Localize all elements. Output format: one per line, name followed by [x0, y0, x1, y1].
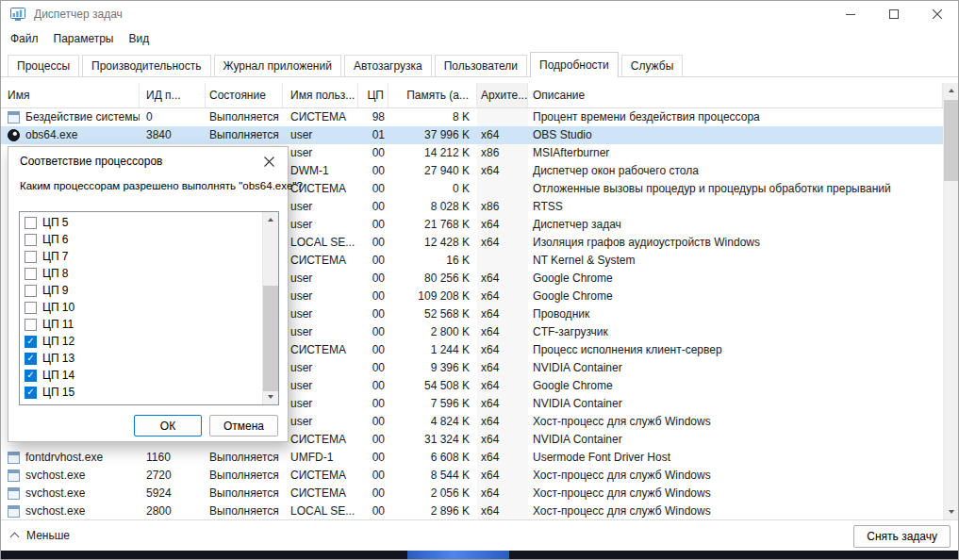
process-cpu: 00: [358, 270, 389, 288]
scroll-down-button[interactable]: [263, 389, 278, 404]
process-user: user: [283, 198, 358, 216]
maximize-button[interactable]: [872, 0, 916, 28]
tab-services[interactable]: Службы: [621, 55, 683, 76]
column-header-pid[interactable]: ИД п...: [140, 83, 206, 107]
tab-users[interactable]: Пользователи: [435, 55, 527, 76]
menu-bar: ФайлПараметрыВид: [0, 28, 959, 49]
close-button[interactable]: [916, 0, 959, 28]
column-header-arch[interactable]: Архите...: [477, 83, 528, 107]
triangle-up-icon: [268, 218, 273, 222]
process-pid: 2800: [140, 502, 206, 519]
cpu-checkbox-item[interactable]: ЦП 14: [20, 367, 278, 384]
tab-app-history[interactable]: Журнал приложений: [214, 55, 341, 76]
cpu-checkbox-item[interactable]: ЦП 11: [20, 316, 278, 333]
table-row[interactable]: obs64.exe3840Выполняетсяuser0137 996 Kx6…: [0, 126, 943, 144]
tab-performance[interactable]: Производительность: [82, 55, 210, 76]
tab-details[interactable]: Подробности: [530, 52, 619, 77]
cpu-checkbox-item[interactable]: ЦП 13: [20, 350, 278, 367]
cpu-checkbox-item[interactable]: ЦП 6: [20, 231, 278, 248]
process-user: user: [283, 323, 358, 341]
cancel-button[interactable]: Отмена: [209, 415, 278, 436]
scroll-up-button[interactable]: [263, 212, 278, 227]
ok-button[interactable]: ОК: [134, 415, 202, 436]
checkbox-icon[interactable]: [25, 234, 37, 246]
column-header-user[interactable]: Имя польз...: [283, 83, 358, 107]
process-arch: [477, 252, 528, 270]
column-header-mem[interactable]: Память (а...: [389, 83, 477, 107]
table-row[interactable]: svchost.exe2800ВыполняетсяLOCAL SE...002…: [0, 502, 943, 519]
cpu-listbox: ЦП 5ЦП 6ЦП 7ЦП 8ЦП 9ЦП 10ЦП 11ЦП 12ЦП 13…: [19, 211, 279, 405]
process-name: fontdrvhost.exe: [25, 449, 103, 467]
cpu-checkbox-item[interactable]: ЦП 12: [20, 333, 278, 350]
menu-item-file[interactable]: Файл: [3, 29, 46, 48]
title-bar: Диспетчер задач: [0, 0, 959, 28]
processor-affinity-dialog: Соответствие процессоров Каким процессор…: [8, 146, 289, 442]
listbox-scrollbar[interactable]: [262, 212, 278, 404]
cpu-checkbox-item[interactable]: ЦП 15: [20, 384, 278, 401]
process-memory: 4 824 K: [389, 413, 477, 431]
checkbox-icon[interactable]: [25, 285, 37, 297]
process-description: Хост-процесс для служб Windows: [528, 413, 943, 431]
process-arch: x64: [477, 270, 528, 288]
table-row[interactable]: fontdrvhost.exe1160ВыполняетсяUMFD-1006 …: [0, 449, 943, 467]
cpu-checkbox-item[interactable]: ЦП 8: [20, 265, 278, 282]
scrollbar-thumb[interactable]: [944, 100, 959, 181]
tab-processes[interactable]: Процессы: [8, 55, 79, 76]
scroll-up-button[interactable]: [944, 83, 959, 98]
scroll-down-button[interactable]: [944, 504, 959, 519]
table-row[interactable]: Бездействие системы0ВыполняетсяСИСТЕМА98…: [0, 108, 943, 126]
checkbox-icon[interactable]: [25, 353, 37, 365]
dialog-close-button[interactable]: [250, 147, 288, 175]
tab-startup[interactable]: Автозагрузка: [344, 55, 432, 76]
menu-item-view[interactable]: Вид: [121, 29, 157, 48]
table-scrollbar[interactable]: [943, 83, 959, 519]
process-name-cell: Бездействие системы: [0, 108, 140, 126]
checkbox-icon[interactable]: [25, 370, 37, 382]
process-user: user: [283, 359, 358, 377]
process-arch: x64: [477, 431, 528, 449]
process-memory: 8 K: [389, 108, 477, 126]
checkbox-icon[interactable]: [25, 302, 37, 314]
cpu-checkbox-item[interactable]: ЦП 9: [20, 282, 278, 299]
process-memory: 9 396 K: [389, 359, 477, 377]
checkbox-icon[interactable]: [25, 387, 37, 399]
scrollbar-thumb[interactable]: [263, 286, 278, 391]
process-icon: [8, 469, 20, 482]
process-arch: x64: [477, 359, 528, 377]
process-cpu: 00: [358, 485, 389, 502]
checkbox-icon[interactable]: [25, 319, 37, 331]
checkbox-icon[interactable]: [25, 268, 37, 280]
process-cpu: 00: [358, 467, 389, 485]
table-row[interactable]: svchost.exe2720ВыполняетсяСИСТЕМА008 544…: [0, 467, 943, 485]
process-cpu: 00: [358, 323, 389, 341]
fewer-details-toggle[interactable]: Меньше: [11, 529, 70, 542]
cpu-checkbox-item[interactable]: ЦП 10: [20, 299, 278, 316]
minimize-button[interactable]: [829, 0, 872, 28]
process-memory: 16 K: [389, 252, 477, 270]
process-memory: 27 940 K: [389, 162, 477, 180]
cpu-checkbox-item[interactable]: ЦП 5: [20, 214, 278, 231]
process-description: Проводник: [528, 305, 943, 323]
menu-item-options[interactable]: Параметры: [46, 29, 122, 48]
process-description: Отложенные вызовы процедур и процедуры о…: [528, 180, 943, 198]
cpu-label: ЦП 11: [42, 318, 74, 331]
window-controls: [829, 0, 959, 28]
column-header-desc[interactable]: Описание: [528, 83, 943, 107]
obs-icon: [8, 129, 20, 141]
table-row[interactable]: svchost.exe5924ВыполняетсяСИСТЕМА002 056…: [0, 485, 943, 502]
process-user: UMFD-1: [283, 449, 358, 467]
process-arch: x64: [477, 395, 528, 413]
checkbox-icon[interactable]: [25, 336, 37, 348]
process-name: svchost.exe: [25, 502, 85, 519]
process-arch: x64: [477, 323, 528, 341]
process-arch: x64: [477, 288, 528, 305]
cpu-checkbox-item[interactable]: ЦП 7: [20, 248, 278, 265]
column-header-status[interactable]: Состояние: [206, 83, 283, 107]
process-arch: x64: [477, 216, 528, 234]
column-header-name[interactable]: Имя: [0, 83, 140, 107]
tab-bar: ПроцессыПроизводительностьЖурнал приложе…: [0, 49, 959, 77]
checkbox-icon[interactable]: [25, 217, 37, 229]
column-header-cpu[interactable]: ЦП: [358, 83, 389, 107]
end-task-button[interactable]: Снять задачу: [853, 525, 951, 548]
checkbox-icon[interactable]: [25, 251, 37, 263]
